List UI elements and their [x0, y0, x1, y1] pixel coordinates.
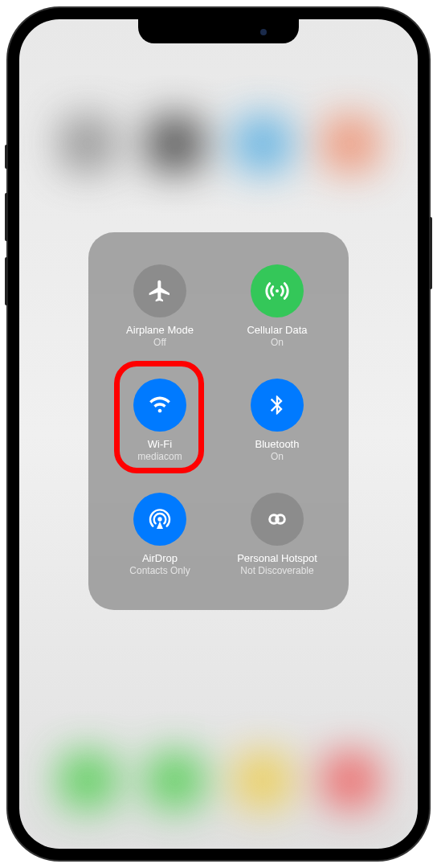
cellular-data-control[interactable]: Cellular Data On: [220, 253, 334, 361]
bluetooth-status: On: [271, 451, 284, 464]
volume-up-button: [5, 193, 8, 241]
airdrop-icon: [147, 506, 173, 532]
connectivity-panel: Airplane Mode Off Cellular Data On: [88, 232, 349, 610]
volume-down-button: [5, 257, 8, 305]
phone-frame: Airplane Mode Off Cellular Data On: [8, 8, 429, 860]
airdrop-label: AirDrop: [142, 552, 178, 565]
airdrop-control[interactable]: AirDrop Contacts Only: [103, 481, 217, 589]
bluetooth-label: Bluetooth: [255, 438, 300, 451]
bluetooth-button[interactable]: [251, 379, 304, 432]
airdrop-status: Contacts Only: [129, 565, 190, 578]
hotspot-label: Personal Hotspot: [237, 552, 317, 565]
power-button: [429, 217, 432, 289]
svg-point-0: [276, 289, 279, 293]
bluetooth-control[interactable]: Bluetooth On: [220, 367, 334, 475]
hotspot-button[interactable]: [251, 493, 304, 546]
cellular-data-button[interactable]: [251, 264, 304, 317]
screen: Airplane Mode Off Cellular Data On: [19, 19, 418, 849]
cellular-data-status: On: [271, 337, 284, 350]
cellular-data-label: Cellular Data: [247, 324, 307, 337]
bluetooth-icon: [266, 394, 288, 416]
hotspot-status: Not Discoverable: [240, 565, 313, 578]
airplane-mode-label: Airplane Mode: [126, 324, 194, 337]
wifi-status: mediacom: [137, 451, 182, 464]
notch: [138, 19, 299, 43]
airplane-icon: [147, 278, 173, 304]
airdrop-button[interactable]: [133, 493, 186, 546]
svg-point-1: [157, 518, 161, 522]
hotspot-icon: [264, 506, 290, 532]
cellular-icon: [264, 278, 290, 304]
airplane-mode-status: Off: [153, 337, 166, 350]
wifi-label: Wi-Fi: [148, 438, 172, 451]
wifi-control[interactable]: Wi-Fi mediacom: [103, 367, 217, 475]
mute-switch: [5, 145, 8, 169]
wifi-button[interactable]: [133, 379, 186, 432]
wifi-icon: [149, 394, 171, 416]
airplane-mode-control[interactable]: Airplane Mode Off: [103, 253, 217, 361]
airplane-mode-button[interactable]: [133, 264, 186, 317]
hotspot-control[interactable]: Personal Hotspot Not Discoverable: [220, 481, 334, 589]
